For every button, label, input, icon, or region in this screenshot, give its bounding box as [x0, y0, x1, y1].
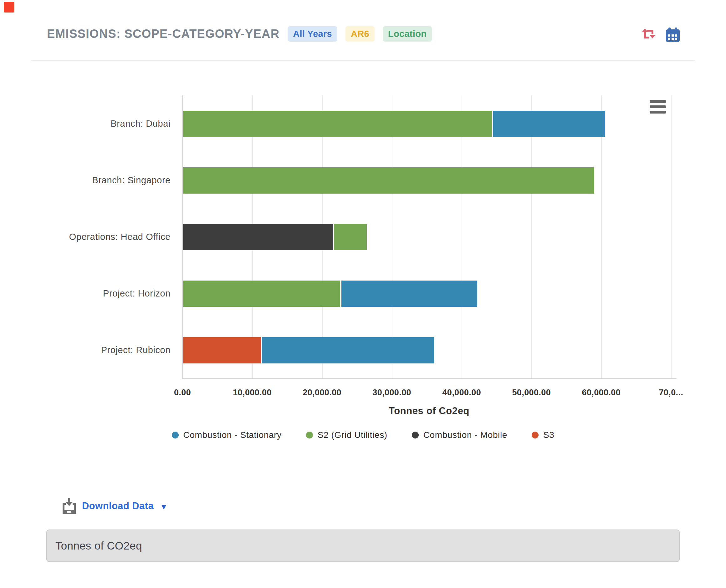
chart-context-menu-icon[interactable]	[650, 100, 666, 116]
x-tick-label: 50,000.00	[512, 388, 551, 398]
bar-segment[interactable]	[183, 337, 261, 363]
emissions-dashboard-card: EMISSIONS: SCOPE-CATEGORY-YEAR All Years…	[0, 0, 726, 588]
legend-item-combustion-stationary[interactable]: Combustion - Stationary	[172, 430, 282, 440]
bar-segment[interactable]	[183, 280, 340, 307]
legend-label: Combustion - Stationary	[183, 430, 282, 440]
download-data-label[interactable]: Download Data	[82, 500, 154, 512]
bar-segment[interactable]	[493, 111, 605, 137]
legend-dot	[412, 432, 419, 439]
caret-down-icon[interactable]: ▼	[160, 502, 168, 511]
legend-label: S2 (Grid Utilities)	[318, 430, 387, 440]
x-axis-line	[182, 378, 677, 379]
legend-label: S3	[543, 430, 554, 440]
x-tick-label: 10,000.00	[233, 388, 271, 398]
emissions-stacked-bar-chart: Tonnes of Co2eq 0.0010,000.0020,000.0030…	[0, 0, 726, 457]
category-label: Project: Rubicon	[41, 322, 170, 378]
legend-item-s2-grid-utilities[interactable]: S2 (Grid Utilities)	[306, 430, 387, 440]
gridline-30000	[392, 96, 392, 378]
bar-segment[interactable]	[262, 337, 434, 363]
bar-segment[interactable]	[341, 280, 477, 307]
x-axis-title: Tonnes of Co2eq	[389, 405, 469, 417]
category-label: Operations: Head Office	[41, 209, 170, 265]
x-tick-label: 60,000.00	[582, 388, 621, 398]
x-tick-label: 70,0...	[659, 388, 683, 398]
legend-dot	[172, 432, 179, 439]
x-tick-label: 20,000.00	[303, 388, 341, 398]
category-label: Branch: Singapore	[41, 152, 170, 209]
legend-dot	[532, 432, 539, 439]
download-icon[interactable]	[62, 498, 76, 514]
gridline-60000	[601, 96, 602, 378]
units-box-text: Tonnes of CO2eq	[55, 540, 142, 552]
gridline-40000	[462, 96, 462, 378]
bar-segment[interactable]	[334, 224, 366, 250]
gridline-70000	[671, 96, 671, 378]
chart-legend: Combustion - StationaryS2 (Grid Utilitie…	[0, 430, 726, 440]
legend-item-combustion-mobile[interactable]: Combustion - Mobile	[412, 430, 507, 440]
bar-segment[interactable]	[183, 224, 332, 250]
bar-segment[interactable]	[183, 111, 492, 137]
legend-item-s3[interactable]: S3	[532, 430, 554, 440]
category-label: Project: Horizon	[41, 265, 170, 322]
x-tick-label: 0.00	[174, 388, 191, 398]
gridline-50000	[531, 96, 532, 378]
legend-dot	[306, 432, 313, 439]
x-tick-label: 30,000.00	[372, 388, 411, 398]
bar-segment[interactable]	[183, 167, 594, 194]
legend-label: Combustion - Mobile	[423, 430, 507, 440]
category-label: Branch: Dubai	[41, 96, 170, 152]
download-data-link[interactable]: Download Data ▼	[62, 498, 168, 514]
x-tick-label: 40,000.00	[442, 388, 481, 398]
units-box[interactable]: Tonnes of CO2eq	[46, 529, 680, 562]
